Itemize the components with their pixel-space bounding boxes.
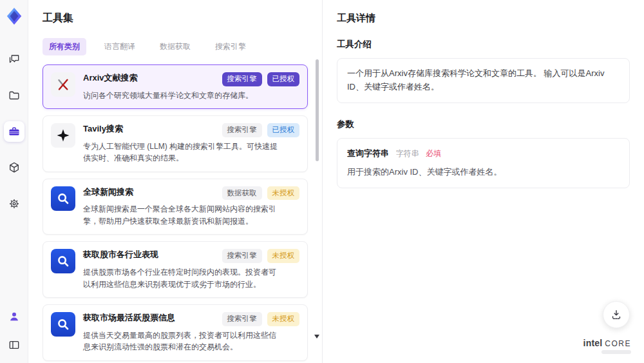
category-badge: 搜索引擎 xyxy=(222,123,262,137)
tool-desc: 专为人工智能代理 (LLM) 构建的搜索引擎工具。可快速提供实时、准确和真实的结… xyxy=(83,141,278,164)
tool-title: 获取股市各行业表现 xyxy=(83,249,158,260)
tool-card-sector-performance[interactable]: 获取股市各行业表现 搜索引擎 未授权 提供股票市场各个行业在特定时间段内的表现。… xyxy=(43,241,308,298)
tavily-star-icon xyxy=(51,123,75,148)
intel-logo-text: intel xyxy=(583,338,603,348)
tool-title: 全球新闻搜索 xyxy=(83,186,133,198)
tool-desc: 访问各个研究领域大量科学论文和文章的存储库。 xyxy=(83,90,278,102)
auth-badge: 已授权 xyxy=(267,123,300,137)
tool-title: 获取市场最活跃股票信息 xyxy=(83,312,175,324)
tab-all-categories[interactable]: 所有类别 xyxy=(43,38,86,55)
detail-title: 工具详情 xyxy=(337,12,630,25)
nav-gear-icon[interactable] xyxy=(4,193,24,214)
core-logo-text: CORE xyxy=(605,339,631,348)
param-name: 查询字符串 xyxy=(347,148,389,158)
auth-badge: 未授权 xyxy=(267,249,300,263)
tool-detail-panel: 工具详情 工具介绍 一个用于从Arxiv存储库搜索科学论文和文章的工具。 输入可… xyxy=(323,0,644,363)
tool-title: Arxiv文献搜索 xyxy=(83,72,138,84)
tool-title: Tavily搜索 xyxy=(83,123,123,135)
list-scrollbar[interactable] xyxy=(316,59,319,161)
auth-badge: 未授权 xyxy=(267,186,300,201)
download-button[interactable] xyxy=(603,301,630,328)
logo-subline xyxy=(601,350,631,354)
tool-card-arxiv[interactable]: Arxiv文献搜索 搜索引擎 已授权 访问各个研究领域大量科学论文和文章的存储库… xyxy=(43,64,308,109)
tool-desc: 提供股票市场各个行业在特定时间段内的表现。投资者可以利用这些信息来识别表现优于或… xyxy=(83,266,278,290)
nav-briefcase-icon[interactable] xyxy=(4,121,24,142)
nav-chat-icon[interactable] xyxy=(4,49,24,70)
tab-language-translation[interactable]: 语言翻译 xyxy=(98,38,142,55)
search-blue-icon xyxy=(51,186,75,211)
tool-card-global-news[interactable]: 全球新闻搜索 数据获取 未授权 全球新闻搜索是一个聚合全球各大新闻网站内容的搜索… xyxy=(43,179,308,235)
category-badge: 搜索引擎 xyxy=(222,249,262,263)
category-tabs: 所有类别 语言翻译 数据获取 搜索引擎 xyxy=(43,38,308,55)
nav-cube-icon[interactable] xyxy=(4,157,24,178)
category-badge: 搜索引擎 xyxy=(222,312,262,326)
auth-badge: 未授权 xyxy=(267,312,300,326)
intro-heading: 工具介绍 xyxy=(337,39,630,50)
left-rail xyxy=(0,0,28,363)
tool-card-active-stocks[interactable]: 获取市场最活跃股票信息 搜索引擎 未授权 提供当天交易量最高的股票列表，投资者可… xyxy=(43,304,308,361)
search-blue-icon xyxy=(51,312,75,337)
param-header: 查询字符串 字符串 必填 xyxy=(347,147,620,161)
search-blue-icon xyxy=(51,249,75,273)
param-box: 查询字符串 字符串 必填 用于搜索的Arxiv ID、关键字或作者姓名。 xyxy=(337,138,630,189)
auth-badge: 已授权 xyxy=(267,72,300,86)
intel-core-logo: intel CORE xyxy=(583,338,631,354)
category-badge: 搜索引擎 xyxy=(222,72,262,86)
tab-search-engine[interactable]: 搜索引擎 xyxy=(209,38,252,55)
param-desc: 用于搜索的Arxiv ID、关键字或作者姓名。 xyxy=(347,166,620,179)
param-required-badge: 必填 xyxy=(426,149,441,158)
page-title: 工具集 xyxy=(43,12,308,25)
arxiv-icon xyxy=(51,72,75,97)
download-icon xyxy=(610,308,623,321)
rail-nav xyxy=(4,49,24,214)
tab-data-acquisition[interactable]: 数据获取 xyxy=(153,38,197,55)
app-logo-gem-icon xyxy=(5,6,24,26)
tool-desc: 全球新闻搜索是一个聚合全球各大新闻网站内容的搜索引擎，帮助用户快速获取全球最新资… xyxy=(83,203,278,227)
nav-folder-icon[interactable] xyxy=(4,85,24,106)
category-badge: 数据获取 xyxy=(222,186,262,201)
tool-list-panel: 工具集 所有类别 语言翻译 数据获取 搜索引擎 Arxiv文献搜索 xyxy=(28,0,323,363)
app-window: 工具集 所有类别 语言翻译 数据获取 搜索引擎 Arxiv文献搜索 xyxy=(0,0,644,363)
user-icon[interactable] xyxy=(4,306,24,327)
params-heading: 参数 xyxy=(337,119,630,130)
tool-card-list: Arxiv文献搜索 搜索引擎 已授权 访问各个研究领域大量科学论文和文章的存储库… xyxy=(43,64,308,363)
tool-card-tavily[interactable]: Tavily搜索 搜索引擎 已授权 专为人工智能代理 (LLM) 构建的搜索引擎… xyxy=(43,115,308,172)
intro-box: 一个用于从Arxiv存储库搜索科学论文和文章的工具。 输入可以是Arxiv ID… xyxy=(337,58,630,103)
param-type: 字符串 xyxy=(396,149,419,158)
tool-desc: 提供当天交易量最高的股票列表，投资者可以利用这些信息来识别流动性强的股票和潜在的… xyxy=(83,329,278,353)
rail-bottom xyxy=(4,306,24,363)
scroll-down-icon xyxy=(314,335,319,338)
panel-toggle-icon[interactable] xyxy=(4,335,24,355)
